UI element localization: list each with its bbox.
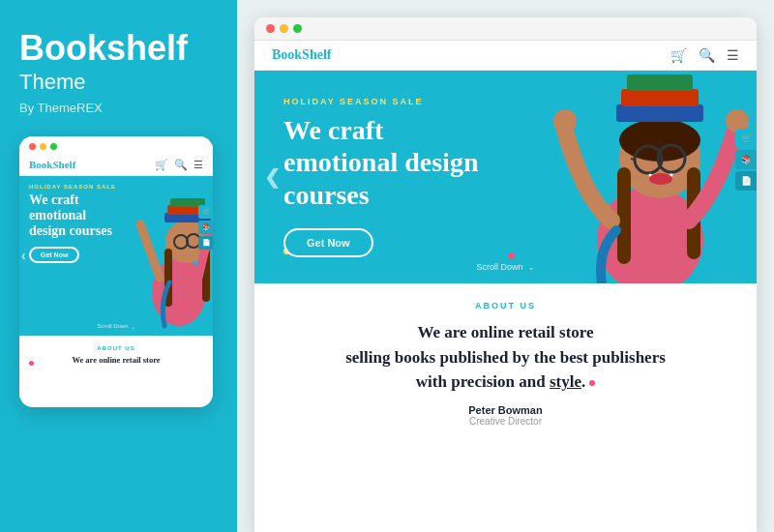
desktop-nav-right: 🛒 🔍 ☰ [670, 47, 739, 63]
mobile-dot-green [50, 143, 57, 150]
mobile-cart-icon: 🛒 [155, 159, 168, 171]
desktop-hero-title: We craft emotional design courses [283, 114, 501, 212]
svg-point-26 [649, 173, 672, 185]
desktop-sidebar-btn-3[interactable]: 📄 [735, 171, 757, 191]
svg-line-11 [187, 241, 188, 242]
desktop-about-author: Peter Bowman Creative Director [283, 404, 728, 427]
mobile-sidebar-btn-1[interactable]: 🛒 [198, 205, 213, 219]
mobile-logo: BookShelf [29, 159, 75, 170]
mobile-about-label: ABOUT US [29, 345, 203, 351]
desktop-hero-content: HOLIDAY SEASON SALE We craft emotional d… [254, 77, 530, 278]
theme-subtitle: Theme [19, 70, 218, 95]
desktop-dot-green [293, 24, 302, 33]
desktop-hero: ❮ HOLIDAY SEASON SALE We craft emotional… [254, 71, 757, 283]
desktop-search-icon[interactable]: 🔍 [699, 47, 715, 63]
desktop-about-dot [589, 380, 595, 386]
mobile-dot-red [29, 143, 36, 150]
mobile-about-text: We are online retail store [29, 355, 203, 366]
mobile-hero-scroll: Scroll Down ⌄ [97, 323, 134, 330]
mobile-nav: BookShelf 🛒 🔍 ☰ [19, 155, 213, 176]
desktop-logo: BookShelf [272, 47, 331, 63]
desktop-girl-svg [524, 71, 757, 283]
desktop-author-name: Peter Bowman [283, 404, 728, 416]
desktop-about-label: ABOUT US [283, 301, 728, 310]
svg-line-7 [140, 224, 160, 278]
desktop-hero-button[interactable]: Get Now [283, 228, 373, 257]
mobile-hero: ‹ HOLIDAY SEASON SALE We craft emotional… [19, 176, 213, 336]
mobile-hero-sale: HOLIDAY SEASON SALE [29, 184, 203, 190]
desktop-nav: BookShelf 🛒 🔍 ☰ [254, 41, 757, 71]
theme-by: By ThemeREX [19, 101, 218, 115]
left-panel: Bookshelf Theme By ThemeREX BookShelf 🛒 … [0, 0, 237, 532]
mobile-mockup: BookShelf 🛒 🔍 ☰ ‹ HOLIDAY SEASON SALE We… [19, 136, 213, 407]
svg-rect-19 [627, 74, 693, 91]
mobile-search-icon: 🔍 [174, 159, 188, 171]
desktop-mockup: BookShelf 🛒 🔍 ☰ ❮ HOLIDAY SEASON SALE We… [254, 17, 757, 532]
svg-rect-15 [617, 167, 631, 264]
desktop-dot-yellow [280, 24, 288, 33]
desktop-sidebar-buttons: 🛒 📚 📄 [735, 129, 757, 191]
desktop-cart-icon[interactable]: 🛒 [670, 47, 687, 63]
mobile-sidebar-buttons: 🛒 📚 📄 [198, 205, 213, 250]
right-panel: BookShelf 🛒 🔍 ☰ ❮ HOLIDAY SEASON SALE We… [237, 0, 774, 532]
svg-rect-18 [621, 89, 699, 106]
svg-line-24 [631, 159, 635, 160]
desktop-girl-figure [524, 71, 757, 283]
desktop-hero-sale: HOLIDAY SEASON SALE [283, 97, 501, 106]
mobile-nav-icons: 🛒 🔍 ☰ [155, 159, 203, 171]
mobile-arrow-left[interactable]: ‹ [21, 248, 26, 263]
mobile-sidebar-btn-2[interactable]: 📚 [198, 221, 213, 234]
svg-rect-17 [616, 104, 703, 122]
mobile-hero-title: We craft emotional design courses [29, 192, 126, 239]
desktop-titlebar [254, 17, 757, 41]
desktop-about: ABOUT US We are online retail store sell… [254, 283, 757, 532]
mobile-dot-yellow [40, 143, 46, 150]
desktop-menu-icon[interactable]: ☰ [727, 47, 739, 63]
desktop-sidebar-btn-2[interactable]: 📚 [735, 150, 757, 169]
mobile-menu-icon: ☰ [194, 159, 203, 171]
desktop-sidebar-btn-1[interactable]: 🛒 [735, 129, 757, 148]
mobile-about: ABOUT US We are online retail store [19, 336, 213, 373]
theme-title: Bookshelf [19, 29, 218, 68]
mobile-sidebar-btn-3[interactable]: 📄 [198, 236, 213, 250]
desktop-dot-red [266, 24, 275, 33]
svg-point-20 [553, 109, 577, 133]
desktop-about-text: We are online retail store selling books… [283, 320, 728, 395]
mobile-titlebar [19, 136, 213, 155]
desktop-author-role: Creative Director [283, 416, 728, 427]
mobile-hero-button[interactable]: Get Now [29, 247, 79, 263]
